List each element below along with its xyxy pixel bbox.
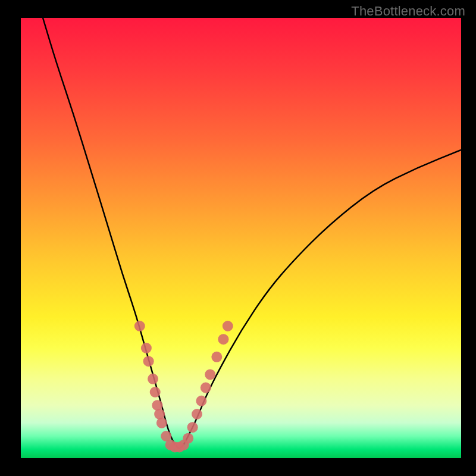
curve-marker bbox=[183, 433, 193, 444]
bottleneck-curve bbox=[43, 18, 461, 448]
outer-frame: TheBottleneck.com bbox=[0, 0, 476, 476]
curve-marker bbox=[196, 396, 206, 406]
curve-marker bbox=[141, 343, 152, 353]
curve-marker bbox=[218, 334, 228, 345]
curve-marker bbox=[211, 352, 222, 362]
chart-svg bbox=[21, 18, 461, 458]
plot-area bbox=[21, 18, 461, 458]
curve-marker bbox=[187, 422, 198, 433]
marker-group bbox=[134, 321, 233, 453]
curve-marker bbox=[223, 321, 233, 331]
curve-marker bbox=[192, 409, 202, 419]
curve-marker bbox=[134, 321, 145, 331]
attribution-text: TheBottleneck.com bbox=[351, 4, 465, 19]
curve-marker bbox=[201, 383, 211, 393]
curve-marker bbox=[143, 356, 154, 367]
curve-marker bbox=[156, 418, 167, 428]
curve-marker bbox=[205, 369, 215, 380]
curve-marker bbox=[150, 387, 161, 397]
curve-marker bbox=[148, 374, 158, 384]
